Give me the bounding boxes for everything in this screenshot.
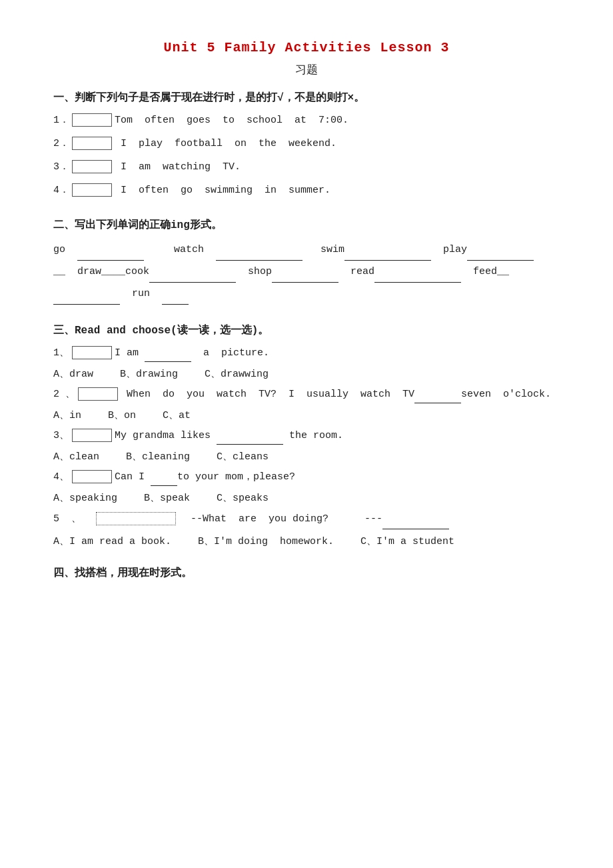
section2: 二、写出下列单词的正确ing形式。 go watch swim play __ … [53, 218, 560, 305]
section4: 四、找搭档，用现在时形式。 [53, 566, 560, 580]
s3-q2-options: A、in B、on C、at [53, 409, 560, 421]
s3-q1-optA: A、draw [53, 367, 93, 380]
s3-q3-options: A、clean B、cleaning C、cleans [53, 450, 560, 463]
s3-q5: 5 、 --What are you doing? --- [53, 509, 560, 529]
s3-q2: 2 、 When do you watch TV? I usually watc… [53, 385, 560, 403]
subtitle: 习题 [53, 62, 560, 77]
s3-q3-optA: A、clean [53, 450, 99, 463]
section4-title: 四、找搭档，用现在时形式。 [53, 566, 560, 580]
s3-q5-optC: C、I'm a student [360, 535, 454, 547]
section2-words: go watch swim play __ draw____cook shop … [53, 239, 560, 305]
s3-q1-optB: B、drawing [120, 367, 178, 380]
section3-title: 三、Read and choose(读一读，选一选)。 [53, 323, 560, 337]
s3-q4-optA: A、speaking [53, 491, 117, 504]
s3-q1-optC: C、drawwing [205, 367, 269, 380]
s3-q2-optA: A、in [53, 409, 81, 421]
s3-q3-optC: C、cleans [217, 450, 269, 463]
s3-q5-options: A、I am read a book. B、I'm doing homework… [53, 535, 560, 547]
s3-q4: 4、Can I to your mom，please? [53, 468, 560, 486]
s3-q1: 1、I am a picture. [53, 344, 560, 362]
s3-q5-optB: B、I'm doing homework. [198, 535, 334, 547]
q2: 2． I play football on the weekend. [53, 135, 560, 153]
section2-title: 二、写出下列单词的正确ing形式。 [53, 218, 560, 232]
q4: 4． I often go swimming in summer. [53, 181, 560, 199]
section1: 一、判断下列句子是否属于现在进行时，是的打√，不是的则打×。 1．Tom oft… [53, 91, 560, 199]
s3-q4-options: A、speaking B、speak C、speaks [53, 491, 560, 504]
s3-q3-optB: B、cleaning [126, 450, 190, 463]
section1-title: 一、判断下列句子是否属于现在进行时，是的打√，不是的则打×。 [53, 91, 560, 105]
q3: 3． I am watching TV. [53, 158, 560, 176]
s3-q2-optB: B、on [108, 409, 136, 421]
s3-q5-optA: A、I am read a book. [53, 535, 171, 547]
q1: 1．Tom often goes to school at 7:00. [53, 111, 560, 129]
section3: 三、Read and choose(读一读，选一选)。 1、I am a pic… [53, 323, 560, 547]
s3-q2-optC: C、at [163, 409, 191, 421]
s3-q1-options: A、draw B、drawing C、drawwing [53, 367, 560, 380]
s3-q3: 3、My grandma likes the room. [53, 427, 560, 445]
page-title: Unit 5 Family Activities Lesson 3 [53, 40, 560, 55]
s3-q4-optC: C、speaks [217, 491, 269, 504]
s3-q4-optB: B、speak [144, 491, 190, 504]
